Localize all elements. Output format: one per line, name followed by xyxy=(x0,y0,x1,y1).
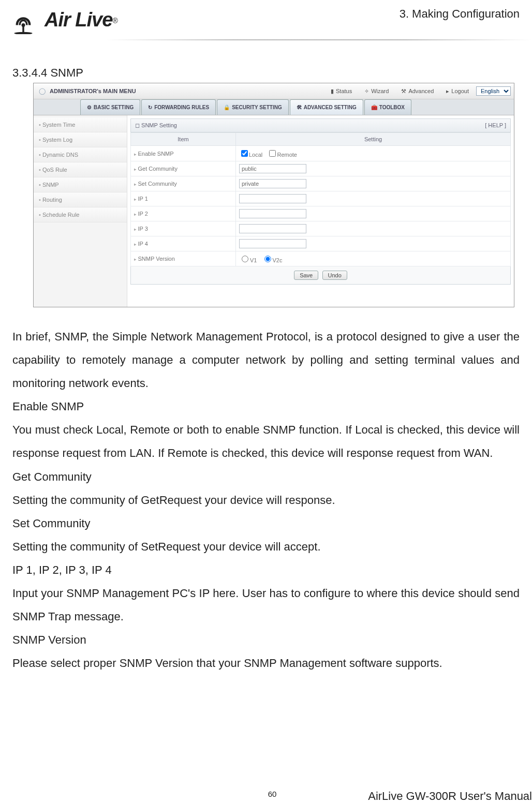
row-label-ip4: IP 4 xyxy=(131,236,236,251)
row-label-get-community: Get Community xyxy=(131,161,236,176)
checkbox-local-label: Local xyxy=(249,152,262,158)
col-header-item: Item xyxy=(131,133,236,146)
chapter-title: 3. Making Configuration xyxy=(400,7,520,21)
topmenu-logout[interactable]: ▸ Logout xyxy=(441,88,474,95)
checkbox-remote[interactable] xyxy=(269,150,276,157)
heading-get-community: Get Community xyxy=(12,465,520,488)
undo-button[interactable]: Undo xyxy=(322,271,347,280)
paragraph-ip-list: Input your SNMP Management PC's IP here.… xyxy=(12,582,520,628)
wizard-icon: ✧ xyxy=(364,88,369,95)
panel-bullet-icon: ◻ xyxy=(135,122,141,128)
settings-panel: ◻ SNMP Setting [ HELP ] Item Setting Ena… xyxy=(127,115,514,307)
table-row: SNMP Version V1 V2c xyxy=(131,251,511,266)
header-divider xyxy=(106,39,532,40)
sidebar-item-system-time[interactable]: System Time xyxy=(34,117,127,132)
sidebar-item-dynamic-dns[interactable]: Dynamic DNS xyxy=(34,147,127,162)
paragraph-enable-snmp: You must check Local, Remote or both to … xyxy=(12,418,520,465)
tab-label: FORWARDING RULES xyxy=(154,105,209,110)
tab-bar: ⚙BASIC SETTING ↻FORWARDING RULES 🔒SECURI… xyxy=(34,99,514,115)
tab-toolbox[interactable]: 🧰TOOLBOX xyxy=(364,99,411,115)
tools-icon: 🛠 xyxy=(297,105,302,110)
topmenu-wizard-label: Wizard xyxy=(371,88,389,94)
col-header-setting: Setting xyxy=(236,133,511,146)
topmenu-status[interactable]: ▮ Status xyxy=(326,88,357,95)
language-select[interactable]: English xyxy=(476,86,511,96)
logout-bullet-icon: ▸ xyxy=(446,88,449,95)
input-ip1[interactable] xyxy=(239,194,306,203)
row-label-ip3: IP 3 xyxy=(131,221,236,236)
row-label-ip2: IP 2 xyxy=(131,206,236,221)
panel-title: SNMP Setting xyxy=(141,122,177,128)
tab-label: SECURITY SETTING xyxy=(232,105,282,110)
sidebar: System Time System Log Dynamic DNS QoS R… xyxy=(34,115,127,307)
topmenu-advanced[interactable]: ⚒ Advanced xyxy=(396,88,439,95)
heading-snmp-version: SNMP Version xyxy=(12,628,520,651)
table-row: Get Community xyxy=(131,161,511,176)
paragraph-set-community: Setting the community of SetRequest your… xyxy=(12,535,520,558)
table-row: Set Community xyxy=(131,176,511,191)
forward-icon: ↻ xyxy=(148,105,152,110)
tab-label: BASIC SETTING xyxy=(94,105,134,110)
lock-icon: 🔒 xyxy=(224,105,230,110)
row-label-enable-snmp: Enable SNMP xyxy=(131,146,236,161)
table-row: IP 2 xyxy=(131,206,511,221)
router-admin-screenshot: ◯ ADMINISTRATOR's MAIN MENU ▮ Status ✧ W… xyxy=(33,83,514,307)
manual-title: AirLive GW-300R User's Manual xyxy=(368,790,532,803)
tab-basic-setting[interactable]: ⚙BASIC SETTING xyxy=(80,99,140,115)
radio-v1-wrapper[interactable]: V1 xyxy=(239,257,257,263)
paragraph-snmp-version: Please select proper SNMP Version that y… xyxy=(12,651,520,675)
row-label-snmp-version: SNMP Version xyxy=(131,251,236,266)
sidebar-item-qos-rule[interactable]: QoS Rule xyxy=(34,162,127,177)
settings-table: Item Setting Enable SNMP Local Remote Ge… xyxy=(130,132,511,266)
bullet-icon: ◯ xyxy=(39,87,46,95)
radio-v2c-wrapper[interactable]: V2c xyxy=(262,257,283,263)
gear-icon: ⚙ xyxy=(87,105,92,110)
topmenu-advanced-label: Advanced xyxy=(408,88,434,94)
sidebar-item-routing[interactable]: Routing xyxy=(34,192,127,207)
row-label-ip1: IP 1 xyxy=(131,191,236,206)
heading-ip-list: IP 1, IP 2, IP 3, IP 4 xyxy=(12,558,520,582)
checkbox-remote-label: Remote xyxy=(277,152,297,158)
tab-label: TOOLBOX xyxy=(379,105,405,110)
tab-forwarding-rules[interactable]: ↻FORWARDING RULES xyxy=(141,99,216,115)
radio-v1-label: V1 xyxy=(250,257,257,263)
radio-v2c[interactable] xyxy=(264,256,271,262)
svg-rect-1 xyxy=(22,25,24,33)
checkbox-local[interactable] xyxy=(241,150,248,157)
save-button[interactable]: Save xyxy=(294,271,318,280)
tab-advanced-setting[interactable]: 🛠ADVANCED SETTING xyxy=(290,99,363,115)
status-icon: ▮ xyxy=(331,88,334,95)
page-header: Air Live® 3. Making Configuration xyxy=(12,0,520,39)
paragraph-get-community: Setting the community of GetRequest your… xyxy=(12,488,520,512)
help-link[interactable]: [ HELP ] xyxy=(485,122,506,129)
input-set-community[interactable] xyxy=(239,179,306,188)
document-body-text: In brief, SNMP, the Simple Network Manag… xyxy=(12,325,520,675)
tab-security-setting[interactable]: 🔒SECURITY SETTING xyxy=(217,99,289,115)
sidebar-item-schedule-rule[interactable]: Schedule Rule xyxy=(34,207,127,222)
logo: Air Live® xyxy=(12,5,118,34)
topmenu-wizard[interactable]: ✧ Wizard xyxy=(359,88,394,95)
top-menu: ◯ ADMINISTRATOR's MAIN MENU ▮ Status ✧ W… xyxy=(34,83,514,99)
radio-v1[interactable] xyxy=(242,256,248,262)
table-row: Enable SNMP Local Remote xyxy=(131,146,511,161)
input-ip4[interactable] xyxy=(239,239,306,248)
input-get-community[interactable] xyxy=(239,164,306,173)
topmenu-logout-label: Logout xyxy=(451,88,469,94)
advanced-icon: ⚒ xyxy=(401,88,406,95)
logo-text: Air Live xyxy=(45,9,112,31)
table-row: IP 4 xyxy=(131,236,511,251)
heading-enable-snmp: Enable SNMP xyxy=(12,395,520,418)
sidebar-item-snmp[interactable]: SNMP xyxy=(34,177,127,192)
table-row: IP 1 xyxy=(131,191,511,206)
toolbox-icon: 🧰 xyxy=(371,105,377,110)
input-ip2[interactable] xyxy=(239,209,306,218)
admin-main-menu-label: ADMINISTRATOR's MAIN MENU xyxy=(50,88,136,94)
checkbox-local-wrapper[interactable]: Local xyxy=(239,152,262,158)
input-ip3[interactable] xyxy=(239,224,306,233)
checkbox-remote-wrapper[interactable]: Remote xyxy=(267,152,297,158)
tab-label: ADVANCED SETTING xyxy=(304,105,357,110)
topmenu-status-label: Status xyxy=(336,88,352,94)
page-number: 60 xyxy=(268,790,277,798)
svg-point-2 xyxy=(14,32,33,34)
sidebar-item-system-log[interactable]: System Log xyxy=(34,132,127,147)
